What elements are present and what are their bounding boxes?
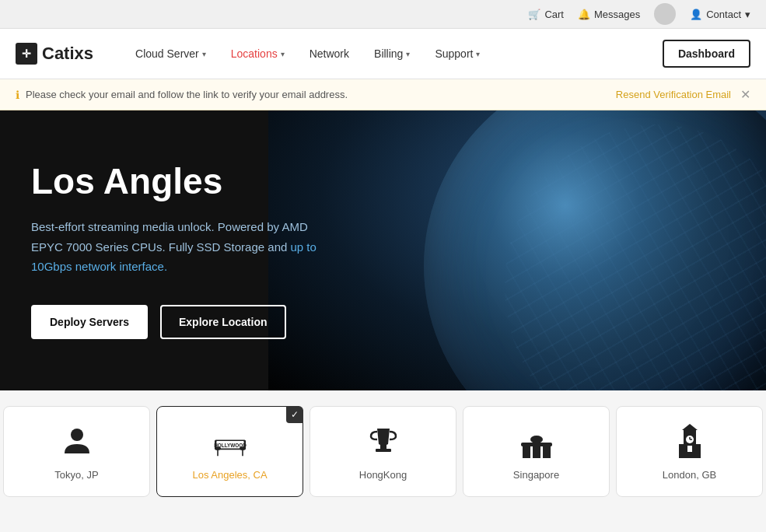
hero-title: Los Angles <box>31 162 327 201</box>
tokyo-icon <box>58 422 96 460</box>
cart-label: Cart <box>544 9 564 20</box>
hero-globe <box>424 110 766 390</box>
chevron-down-icon: ▾ <box>476 50 480 58</box>
nav-cloud-server[interactable]: Cloud Server ▾ <box>124 41 217 66</box>
hongkong-icon <box>365 422 402 460</box>
messages-link[interactable]: 🔔 Messages <box>578 9 640 20</box>
deploy-servers-button[interactable]: Deploy Servers <box>31 305 148 339</box>
support-label: Support <box>435 47 473 60</box>
location-card-losangeles[interactable]: HOLLYWOOD Los Angeles, CA <box>156 406 303 497</box>
svg-rect-21 <box>679 444 684 458</box>
location-card-tokyo[interactable]: Tokyo, JP <box>3 406 150 497</box>
tokyo-name: Tokyo, JP <box>54 469 98 481</box>
hollywood-icon: HOLLYWOOD <box>212 422 249 460</box>
svg-rect-22 <box>696 444 701 458</box>
dashboard-button[interactable]: Dashboard <box>663 40 750 68</box>
contact-link[interactable]: 👤 Contact ▾ <box>690 9 750 20</box>
bell-icon: 🔔 <box>578 9 590 20</box>
verification-banner: ℹ Please check your email and follow the… <box>0 79 766 110</box>
avatar <box>654 3 676 25</box>
highlight-text: up to 10Gbps network interface. <box>31 240 317 274</box>
nav-links: Cloud Server ▾ Locations ▾ Network Billi… <box>124 41 663 66</box>
contact-icon: 👤 <box>690 9 702 20</box>
location-card-hongkong[interactable]: HongKong <box>310 406 456 497</box>
svg-point-0 <box>71 429 83 441</box>
logo-icon: ✛ <box>16 43 37 65</box>
hero-description: Best-effort streaming media unlock. Powe… <box>31 217 327 277</box>
hero-content: Los Angles Best-effort streaming media u… <box>0 115 358 385</box>
hongkong-name: HongKong <box>359 469 407 481</box>
verification-message: Please check your email and follow the l… <box>26 89 348 100</box>
messages-label: Messages <box>594 9 640 20</box>
chevron-down-icon: ▾ <box>406 50 410 58</box>
nav-network[interactable]: Network <box>299 41 360 66</box>
utility-bar: 🛒 Cart 🔔 Messages 👤 Contact ▾ <box>0 0 766 29</box>
billing-label: Billing <box>374 47 403 60</box>
network-label: Network <box>310 47 349 60</box>
hero-section: Los Angles Best-effort streaming media u… <box>0 110 766 390</box>
resend-link[interactable]: Resend Verification Email <box>616 89 731 100</box>
explore-location-button[interactable]: Explore Location <box>160 305 286 339</box>
singapore-icon <box>518 422 555 460</box>
cloud-server-label: Cloud Server <box>135 47 199 60</box>
chevron-down-icon: ▾ <box>745 9 750 20</box>
svg-point-5 <box>215 446 221 450</box>
chevron-down-icon: ▾ <box>281 50 285 58</box>
nav-locations[interactable]: Locations ▾ <box>220 41 296 66</box>
london-icon <box>671 422 708 460</box>
logo[interactable]: ✛ Catixs <box>16 43 93 65</box>
nav-billing[interactable]: Billing ▾ <box>363 41 421 66</box>
losangeles-name: Los Angeles, CA <box>192 469 267 481</box>
location-card-london[interactable]: London, GB <box>616 406 763 497</box>
locations-strip: Tokyo, JP HOLLYWOOD Los Angeles, CA <box>0 390 766 497</box>
logo-text: Catixs <box>42 44 93 64</box>
close-icon[interactable]: ✕ <box>740 87 750 102</box>
chevron-down-icon: ▾ <box>202 50 206 58</box>
svg-rect-9 <box>376 449 391 452</box>
london-name: London, GB <box>663 469 716 481</box>
svg-point-14 <box>530 436 543 443</box>
location-card-singapore[interactable]: Singapore <box>463 406 610 497</box>
svg-marker-16 <box>682 424 698 430</box>
contact-label: Contact <box>706 9 741 20</box>
nav-support[interactable]: Support ▾ <box>424 41 491 66</box>
cart-icon: 🛒 <box>528 9 540 20</box>
singapore-name: Singapore <box>513 469 559 481</box>
locations-label: Locations <box>231 47 278 60</box>
cart-link[interactable]: 🛒 Cart <box>528 9 564 20</box>
info-icon: ℹ <box>16 89 19 101</box>
svg-rect-15 <box>684 430 696 458</box>
hero-buttons: Deploy Servers Explore Location <box>31 305 327 339</box>
verification-right: Resend Verification Email ✕ <box>616 87 750 102</box>
svg-rect-10 <box>523 446 530 458</box>
navbar: ✛ Catixs Cloud Server ▾ Locations ▾ Netw… <box>0 29 766 79</box>
svg-point-7 <box>240 446 246 450</box>
svg-rect-8 <box>380 444 386 449</box>
svg-rect-20 <box>687 446 692 452</box>
verification-left: ℹ Please check your email and follow the… <box>16 89 348 101</box>
